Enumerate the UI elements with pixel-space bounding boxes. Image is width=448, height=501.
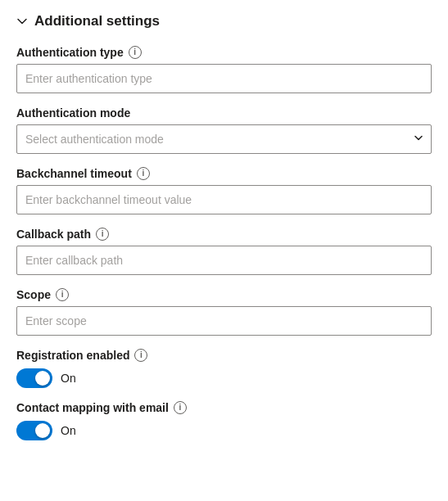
registration-enabled-thumb: [35, 371, 50, 386]
authentication-mode-label: Authentication mode: [16, 106, 432, 120]
registration-enabled-label: Registration enabled i: [16, 349, 432, 362]
contact-mapping-track: [16, 421, 52, 440]
authentication-mode-select[interactable]: Select authentication mode: [16, 124, 432, 154]
contact-mapping-toggle-row: On: [16, 421, 432, 440]
contact-mapping-field: Contact mapping with email i On: [16, 401, 432, 440]
registration-enabled-toggle-row: On: [16, 368, 432, 388]
registration-enabled-info-icon[interactable]: i: [134, 349, 147, 362]
collapse-chevron-icon[interactable]: [16, 16, 28, 27]
scope-info-icon[interactable]: i: [56, 288, 69, 301]
callback-path-input[interactable]: [16, 246, 432, 275]
authentication-type-field: Authentication type i: [16, 46, 432, 93]
backchannel-timeout-info-icon[interactable]: i: [137, 167, 150, 180]
registration-enabled-toggle[interactable]: [16, 368, 52, 388]
contact-mapping-info-icon[interactable]: i: [174, 401, 187, 414]
callback-path-field: Callback path i: [16, 228, 432, 275]
contact-mapping-toggle[interactable]: [16, 421, 52, 440]
registration-enabled-on-label: On: [61, 372, 76, 385]
backchannel-timeout-field: Backchannel timeout i: [16, 167, 432, 214]
contact-mapping-thumb: [35, 423, 50, 438]
backchannel-timeout-label: Backchannel timeout i: [16, 167, 432, 180]
scope-field: Scope i: [16, 288, 432, 336]
callback-path-info-icon[interactable]: i: [96, 228, 109, 241]
callback-path-label: Callback path i: [16, 228, 432, 241]
scope-label: Scope i: [16, 288, 432, 301]
authentication-type-label: Authentication type i: [16, 46, 432, 59]
section-header: Additional settings: [16, 13, 432, 29]
contact-mapping-on-label: On: [61, 424, 76, 437]
scope-input[interactable]: [16, 306, 432, 336]
registration-enabled-field: Registration enabled i On: [16, 349, 432, 388]
registration-enabled-track: [16, 368, 52, 388]
backchannel-timeout-input[interactable]: [16, 185, 432, 214]
authentication-mode-select-wrapper: Select authentication mode: [16, 124, 432, 154]
authentication-type-info-icon[interactable]: i: [129, 46, 142, 59]
section-title: Additional settings: [34, 13, 160, 29]
authentication-mode-field: Authentication mode Select authenticatio…: [16, 106, 432, 154]
contact-mapping-label: Contact mapping with email i: [16, 401, 432, 414]
authentication-type-input[interactable]: [16, 64, 432, 93]
